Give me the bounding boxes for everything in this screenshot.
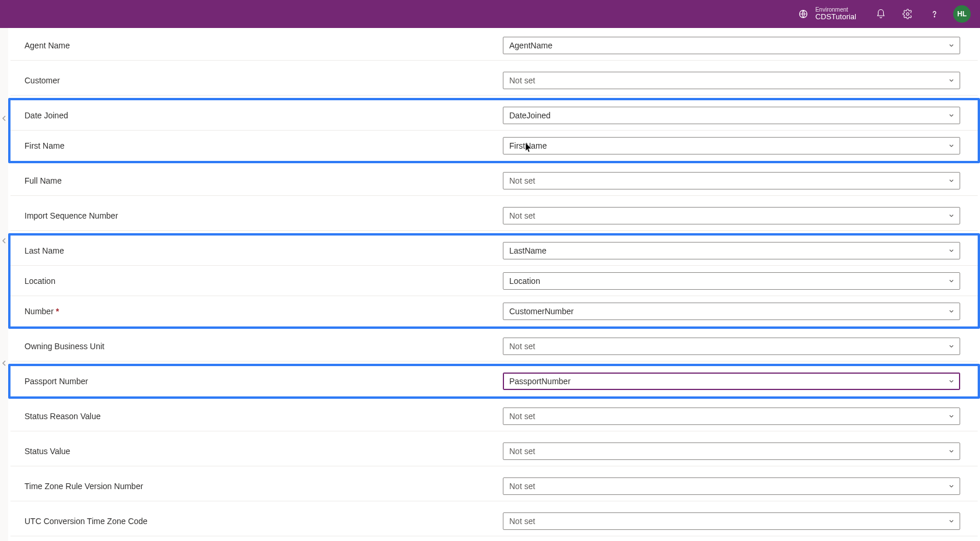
chevron-down-icon [948,448,955,455]
field-value-wrap: FirstName [503,137,964,154]
field-value-wrap: Not set [503,172,964,189]
rail-chevron-icon[interactable] [1,115,7,121]
mapping-select[interactable]: Not set [503,407,960,425]
field-mapping-list: Agent NameAgentNameCustomerNot setDate J… [8,28,980,541]
highlight-group: Passport NumberPassportNumber [8,364,980,399]
field-label: Status Reason Value [24,412,503,421]
environment-label: Environment [816,6,856,13]
settings-icon[interactable] [901,7,915,21]
mapping-select-value: Not set [509,412,535,421]
mapping-select[interactable]: DateJoined [503,107,960,124]
field-value-wrap: CustomerNumber [503,303,964,320]
mapping-select-value: DateJoined [509,111,551,120]
help-icon[interactable] [928,7,942,21]
mapping-select[interactable]: PassportNumber [503,373,960,390]
field-label: Import Sequence Number [24,211,503,220]
field-label-text: Owning Business Unit [24,342,104,351]
chevron-down-icon [948,378,955,385]
mapping-select-value: Not set [509,517,535,526]
mapping-row: Last NameLastName [10,236,978,266]
row-group: UTC Conversion Time Zone CodeNot set [8,504,980,539]
highlight-group: Last NameLastNameLocationLocationNumber*… [8,233,980,329]
avatar[interactable]: HL [953,5,971,23]
chevron-down-icon [948,277,955,284]
rail-chevron-icon[interactable] [1,360,7,366]
field-label: Time Zone Rule Version Number [24,482,503,491]
mapping-select[interactable]: AgentName [503,37,960,54]
row-group: Import Sequence NumberNot set [8,198,980,233]
app-header: Environment CDSTutorial HL [0,0,980,28]
row-group: Time Zone Rule Version NumberNot set [8,469,980,504]
mapping-row: LocationLocation [10,266,978,296]
field-label: Agent Name [24,41,503,50]
field-value-wrap: Not set [503,207,964,224]
field-label-text: Passport Number [24,377,88,386]
mapping-select[interactable]: Not set [503,72,960,89]
mapping-row: Import Sequence NumberNot set [10,201,978,231]
environment-display[interactable]: Environment CDSTutorial [797,6,856,21]
field-label: Location [24,276,503,286]
environment-name: CDSTutorial [816,13,856,21]
field-label-text: Status Reason Value [24,412,101,421]
left-rail [0,28,8,541]
field-value-wrap: AgentName [503,37,964,54]
header-actions [874,7,942,21]
field-label-text: First Name [24,141,64,150]
mapping-select-value: Not set [509,211,535,220]
field-label: Status Value [24,447,503,456]
field-label-text: Location [24,276,55,286]
mapping-select-value: Not set [509,342,535,351]
mapping-select-value: Not set [509,76,535,85]
row-group: Status ValueNot set [8,434,980,469]
chevron-down-icon [948,177,955,184]
chevron-down-icon [948,413,955,420]
row-group: CustomerNot set [8,63,980,98]
mapping-select[interactable]: Not set [503,442,960,460]
mapping-select[interactable]: Not set [503,338,960,355]
row-group: Status Reason ValueNot set [8,399,980,434]
mapping-select-value: AgentName [509,41,552,50]
mapping-select[interactable]: LastName [503,242,960,259]
mapping-select[interactable]: Not set [503,207,960,224]
mapping-select-value: Location [509,276,540,286]
mapping-select[interactable]: Not set [503,477,960,495]
field-label: First Name [24,141,503,150]
field-value-wrap: Not set [503,442,964,460]
mapping-row: UTC Conversion Time Zone CodeNot set [10,506,978,536]
field-label: Passport Number [24,377,503,386]
field-label: Last Name [24,246,503,255]
field-label: Date Joined [24,111,503,120]
mapping-select[interactable]: Not set [503,172,960,189]
field-value-wrap: Not set [503,407,964,425]
mapping-row: First NameFirstName [10,131,978,161]
mapping-select[interactable]: CustomerNumber [503,303,960,320]
mapping-select-value: LastName [509,246,547,255]
mapping-select[interactable]: Not set [503,512,960,530]
chevron-down-icon [948,42,955,49]
row-group: Version NumberNot set [8,539,980,541]
field-value-wrap: Location [503,272,964,290]
field-label-text: Time Zone Rule Version Number [24,482,143,491]
chevron-down-icon [948,212,955,219]
mapping-select-value: FirstName [509,141,547,150]
mapping-row: Agent NameAgentName [10,30,978,61]
row-group: Owning Business UnitNot set [8,329,980,364]
chevron-down-icon [948,142,955,149]
mapping-select-value: Not set [509,482,535,491]
field-label-text: Date Joined [24,111,68,120]
rail-chevron-icon[interactable] [1,238,7,244]
mapping-select[interactable]: FirstName [503,137,960,154]
mapping-row: Time Zone Rule Version NumberNot set [10,471,978,501]
field-value-wrap: Not set [503,477,964,495]
notifications-icon[interactable] [874,7,888,21]
avatar-initials: HL [957,10,967,18]
field-value-wrap: Not set [503,512,964,530]
svg-point-1 [907,13,909,16]
field-value-wrap: DateJoined [503,107,964,124]
field-label: Owning Business Unit [24,342,503,351]
mapping-select[interactable]: Location [503,272,960,290]
chevron-down-icon [948,518,955,525]
field-label-text: UTC Conversion Time Zone Code [24,517,148,526]
chevron-down-icon [948,483,955,490]
mapping-row: Status Reason ValueNot set [10,401,978,431]
